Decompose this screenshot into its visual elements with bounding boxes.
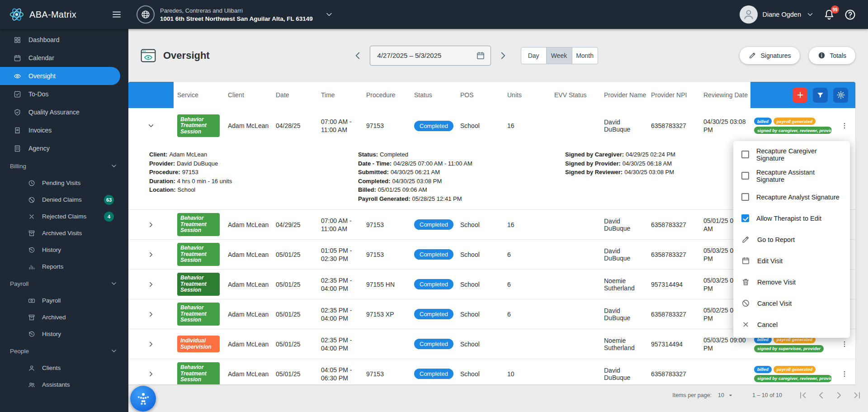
expand-row-icon[interactable] — [147, 370, 155, 378]
checkbox-unchecked-icon[interactable] — [741, 172, 749, 180]
sidebar-section-billing[interactable]: Billing — [0, 157, 128, 175]
next-week-button[interactable] — [497, 50, 509, 62]
row-actions-cell[interactable] — [834, 370, 855, 378]
menu-item-label: Go to Report — [757, 236, 795, 243]
table-row[interactable]: Behavior Treatment Session Adam McLean 0… — [128, 108, 855, 143]
sidebar-item-clients[interactable]: Clients — [0, 360, 128, 376]
date-cell: 04/29/25 — [272, 221, 317, 228]
sidebar-section-payroll[interactable]: Payroll — [0, 275, 128, 292]
sidebar-item-archived-visits[interactable]: Archived Visits — [0, 225, 128, 242]
sidebar-item-oversight[interactable]: Oversight — [0, 67, 120, 85]
expander-cell[interactable] — [128, 370, 174, 378]
date-range-picker[interactable]: 4/27/2025 – 5/3/2025 — [370, 46, 491, 66]
chevron-down-icon[interactable] — [325, 10, 334, 19]
kebab-menu-icon[interactable] — [840, 370, 849, 378]
date-cell: 05/01/25 — [272, 341, 317, 348]
kebab-menu-icon[interactable] — [840, 340, 849, 348]
sidebar-item-invoices[interactable]: Invoices — [0, 121, 128, 139]
menu-item-allow-therapist-to-edit[interactable]: Allow Therapist to Edit — [733, 208, 850, 229]
hamburger-icon[interactable] — [111, 9, 122, 20]
sidebar-item-payroll-archived[interactable]: Archived — [0, 309, 128, 326]
expand-row-icon[interactable] — [147, 310, 155, 318]
accessibility-widget[interactable] — [130, 386, 156, 412]
previous-page-button[interactable] — [816, 390, 826, 401]
kebab-menu-icon[interactable] — [840, 122, 849, 130]
menu-item-go-to-report[interactable]: Go to Report — [733, 229, 850, 250]
sidebar-item-denied-claims[interactable]: Denied Claims63 — [0, 191, 128, 208]
expander-cell[interactable] — [128, 251, 174, 259]
row-actions-cell[interactable] — [834, 122, 855, 130]
pos-cell: School — [457, 311, 504, 318]
sidebar-item-pending-visits[interactable]: Pending Visits — [0, 175, 128, 191]
column-header-evv-status[interactable]: EVV Status — [551, 82, 600, 108]
menu-item-edit-visit[interactable]: Edit Visit — [733, 250, 850, 271]
previous-week-button[interactable] — [352, 50, 363, 62]
sidebar-item-rejected-claims[interactable]: Rejected Claims4 — [0, 208, 128, 225]
expander-cell[interactable] — [128, 280, 174, 289]
sidebar-item-agency[interactable]: Agency — [0, 139, 128, 157]
signatures-button[interactable]: Signatures — [740, 47, 800, 64]
column-header-client[interactable]: Client — [224, 82, 272, 108]
menu-item-recapture-caregiver-signature[interactable]: Recapture Caregiver Signature — [733, 144, 850, 165]
expand-row-icon[interactable] — [147, 340, 155, 348]
checkbox-checked-icon[interactable] — [741, 214, 749, 222]
menu-item-cancel[interactable]: Cancel — [733, 314, 850, 335]
table-row[interactable]: Behavior Treatment Session Adam McLean 0… — [128, 359, 855, 384]
sidebar-item-quality-assurance[interactable]: Quality Assurance — [0, 103, 128, 121]
view-month-button[interactable]: Month — [572, 47, 598, 64]
column-header-time[interactable]: Time — [317, 82, 363, 108]
organization-selector[interactable]: Paredes, Contreras and Ulibarri 1001 6th… — [137, 5, 334, 24]
menu-item-remove-visit[interactable]: Remove Visit — [733, 271, 850, 293]
column-header-procedure[interactable]: Procedure — [363, 82, 410, 108]
add-visit-button[interactable] — [793, 88, 807, 103]
next-page-button[interactable] — [834, 390, 844, 401]
column-header-reviewing-date[interactable]: Reviewing Date — [700, 82, 750, 108]
column-header-date[interactable]: Date — [272, 82, 317, 108]
expander-cell[interactable] — [128, 122, 174, 130]
expander-cell[interactable] — [128, 221, 174, 229]
totals-button[interactable]: Totals — [809, 47, 855, 64]
filter-button[interactable] — [813, 88, 828, 103]
pos-cell: School — [457, 281, 504, 288]
expander-cell[interactable] — [128, 310, 174, 318]
expand-row-icon[interactable] — [147, 221, 155, 229]
sidebar-item-billing-history[interactable]: History — [0, 242, 128, 258]
column-header-service[interactable]: Service — [174, 82, 224, 108]
user-menu[interactable]: Diane Ogden — [740, 5, 814, 24]
payroll-generated-tag: payroll generated — [774, 118, 816, 125]
view-day-button[interactable]: Day — [521, 47, 547, 64]
calendar-icon[interactable] — [476, 51, 485, 60]
sidebar-item-todos[interactable]: To-Dos — [0, 85, 128, 103]
status-badge: Completed — [414, 339, 453, 349]
table-settings-button[interactable] — [833, 88, 848, 103]
menu-item-cancel-visit[interactable]: Cancel Visit — [733, 293, 850, 314]
column-header-pos[interactable]: POS — [457, 82, 504, 108]
expand-row-icon[interactable] — [147, 251, 155, 259]
menu-item-recapture-analyst-signature[interactable]: Recapture Analyst Signature — [733, 186, 850, 208]
checkbox-unchecked-icon[interactable] — [741, 193, 749, 201]
last-page-button[interactable] — [852, 390, 863, 401]
sidebar-item-payroll-history[interactable]: History — [0, 326, 128, 342]
items-per-page-select[interactable]: 10 — [718, 392, 734, 399]
menu-item-recapture-assistant-signature[interactable]: Recapture Assistant Signature — [733, 165, 850, 186]
column-header-provider-npi[interactable]: Provider NPI — [647, 82, 700, 108]
sidebar-item-payroll[interactable]: Payroll — [0, 292, 128, 309]
sidebar-item-dashboard[interactable]: Dashboard — [0, 31, 128, 49]
checkbox-unchecked-icon[interactable] — [741, 151, 749, 158]
chevron-down-icon[interactable] — [806, 10, 814, 19]
expander-cell[interactable] — [128, 340, 174, 348]
notifications-button[interactable]: 99 — [823, 9, 835, 20]
sidebar-item-assistants[interactable]: Assistants — [0, 376, 128, 393]
expand-row-icon[interactable] — [147, 280, 155, 289]
collapse-row-icon[interactable] — [147, 122, 155, 130]
row-actions-cell[interactable] — [834, 340, 855, 348]
column-header-units[interactable]: Units — [504, 82, 551, 108]
column-header-status[interactable]: Status — [410, 82, 457, 108]
first-page-button[interactable] — [797, 390, 808, 401]
help-icon[interactable] — [844, 9, 856, 21]
column-header-provider-name[interactable]: Provider Name — [600, 82, 647, 108]
sidebar-item-calendar[interactable]: Calendar — [0, 49, 128, 67]
date-range-value: 4/27/2025 – 5/3/2025 — [377, 52, 476, 59]
view-week-button[interactable]: Week — [547, 47, 572, 64]
sidebar-item-reports[interactable]: Reports — [0, 258, 128, 275]
